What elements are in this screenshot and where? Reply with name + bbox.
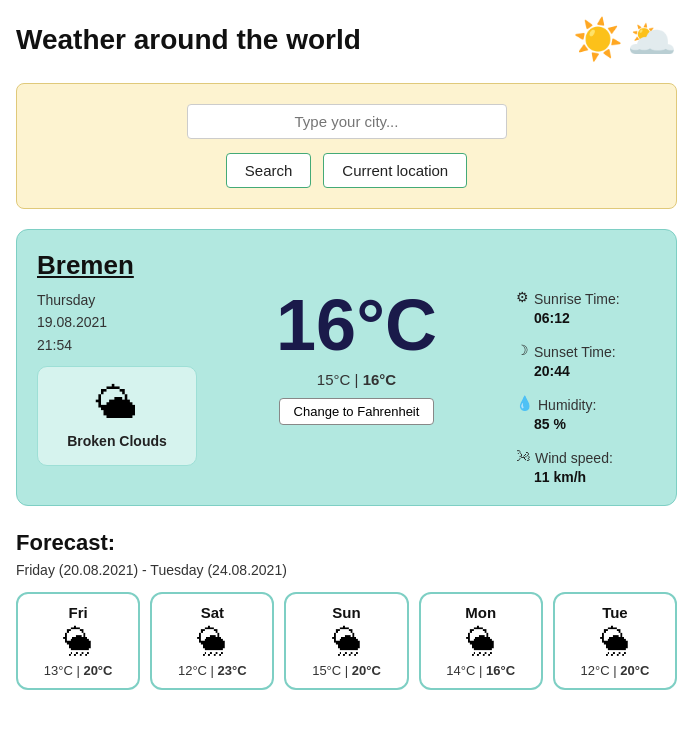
forecast-range: Friday (20.08.2021) - Tuesday (24.08.202… xyxy=(16,562,677,578)
current-location-button[interactable]: Current location xyxy=(323,153,467,188)
forecast-day: Sat 🌦 12°C | 23°C xyxy=(150,592,274,690)
weather-card: Bremen Thursday 19.08.2021 21:54 🌥 Broke… xyxy=(16,229,677,506)
forecast-title: Forecast: xyxy=(16,530,677,556)
city-name: Bremen xyxy=(37,250,656,281)
sunset-value: 20:44 xyxy=(516,363,570,379)
humidity-icon: 💧 xyxy=(516,395,533,411)
temp-separator: | xyxy=(355,371,363,388)
cloud-icon: 🌥️ xyxy=(627,16,677,63)
sunrise-label: Sunrise Time: xyxy=(534,289,620,310)
header: Weather around the world ☀️ 🌥️ xyxy=(16,16,677,63)
forecast-day-temps: 12°C | 20°C xyxy=(581,663,650,678)
condition-label: Broken Clouds xyxy=(67,433,167,449)
date-time: Thursday 19.08.2021 21:54 xyxy=(37,289,197,356)
sunset-icon: ☽ xyxy=(516,342,529,358)
forecast-day: Mon 🌦 14°C | 16°C xyxy=(419,592,543,690)
forecast-day-name: Fri xyxy=(69,604,88,621)
condition-icon: 🌥 xyxy=(96,383,138,425)
temp-min: 15°C xyxy=(317,371,351,388)
sunrise-block: ⚙ Sunrise Time: 06:12 xyxy=(516,289,620,326)
forecast-day-icon: 🌦 xyxy=(197,627,227,657)
weather-right: ⚙ Sunrise Time: 06:12 ☽ Sunset Time: 20:… xyxy=(516,289,656,485)
forecast-day-icon: 🌦 xyxy=(332,627,362,657)
condition-box: 🌥 Broken Clouds xyxy=(37,366,197,466)
forecast-day-icon: 🌦 xyxy=(600,627,630,657)
wind-icon: 🌬 xyxy=(516,448,530,464)
humidity-label: Humidity: xyxy=(538,395,596,416)
date-label: 19.08.2021 xyxy=(37,311,197,333)
forecast-day-temps: 15°C | 20°C xyxy=(312,663,381,678)
temp-range: 15°C | 16°C xyxy=(317,371,396,388)
search-container: Search Current location xyxy=(16,83,677,209)
sunrise-value: 06:12 xyxy=(516,310,570,326)
forecast-day-temps: 12°C | 23°C xyxy=(178,663,247,678)
humidity-value: 85 % xyxy=(516,416,566,432)
sun-icon: ☀️ xyxy=(573,16,623,63)
sunrise-icon: ⚙ xyxy=(516,289,529,305)
temperature: 16°C xyxy=(276,289,437,361)
page-title: Weather around the world xyxy=(16,24,361,56)
sunset-block: ☽ Sunset Time: 20:44 xyxy=(516,342,616,379)
forecast-day-name: Tue xyxy=(602,604,628,621)
search-button[interactable]: Search xyxy=(226,153,312,188)
forecast-day-icon: 🌦 xyxy=(63,627,93,657)
forecast-days: Fri 🌦 13°C | 20°C Sat 🌦 12°C | 23°C Sun … xyxy=(16,592,677,690)
forecast-day: Fri 🌦 13°C | 20°C xyxy=(16,592,140,690)
humidity-block: 💧 Humidity: 85 % xyxy=(516,395,596,432)
forecast-day-temps: 13°C | 20°C xyxy=(44,663,113,678)
search-input[interactable] xyxy=(187,104,507,139)
forecast-day-name: Sat xyxy=(201,604,224,621)
search-buttons: Search Current location xyxy=(226,153,467,188)
time-label: 21:54 xyxy=(37,334,197,356)
header-icons: ☀️ 🌥️ xyxy=(573,16,677,63)
wind-label: Wind speed: xyxy=(535,448,613,469)
forecast-section: Forecast: Friday (20.08.2021) - Tuesday … xyxy=(16,530,677,690)
forecast-day-icon: 🌦 xyxy=(466,627,496,657)
wind-block: 🌬 Wind speed: 11 km/h xyxy=(516,448,613,485)
sunset-label: Sunset Time: xyxy=(534,342,616,363)
weather-left: Thursday 19.08.2021 21:54 🌥 Broken Cloud… xyxy=(37,289,197,466)
weather-center: 16°C 15°C | 16°C Change to Fahrenheit xyxy=(276,289,437,425)
forecast-day-name: Sun xyxy=(332,604,360,621)
forecast-day: Tue 🌦 12°C | 20°C xyxy=(553,592,677,690)
forecast-day: Sun 🌦 15°C | 20°C xyxy=(284,592,408,690)
forecast-day-name: Mon xyxy=(465,604,496,621)
temp-max: 16°C xyxy=(363,371,397,388)
wind-value: 11 km/h xyxy=(516,469,586,485)
fahrenheit-button[interactable]: Change to Fahrenheit xyxy=(279,398,435,425)
forecast-day-temps: 14°C | 16°C xyxy=(446,663,515,678)
day-label: Thursday xyxy=(37,289,197,311)
